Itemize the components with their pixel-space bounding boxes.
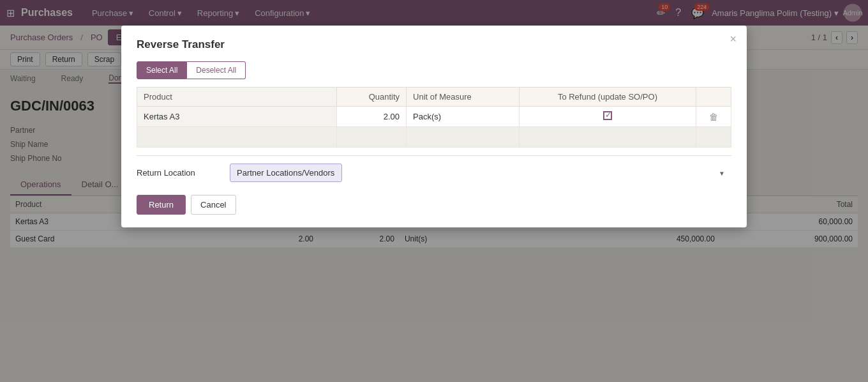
modal-row-quantity: 2.00 bbox=[337, 107, 407, 127]
modal-empty-row bbox=[137, 127, 731, 148]
select-all-button[interactable]: Select All bbox=[137, 61, 187, 79]
modal-divider bbox=[137, 155, 731, 156]
empty-cell bbox=[337, 127, 407, 148]
delete-icon[interactable]: 🗑 bbox=[709, 112, 718, 122]
return-location-select[interactable]: Partner Locations/Vendors bbox=[230, 164, 342, 182]
modal-cancel-button[interactable]: Cancel bbox=[191, 195, 236, 215]
modal-close-button[interactable]: × bbox=[730, 33, 737, 45]
modal-col-delete bbox=[696, 88, 731, 107]
modal-row-uom: Pack(s) bbox=[407, 107, 520, 127]
modal-row-delete[interactable]: 🗑 bbox=[696, 107, 731, 127]
deselect-all-button[interactable]: Deselect All bbox=[187, 61, 246, 79]
modal-action-buttons: Select All Deselect All bbox=[137, 61, 731, 79]
empty-cell bbox=[519, 127, 696, 148]
return-location-row: Return Location Partner Locations/Vendor… bbox=[137, 164, 731, 182]
empty-cell bbox=[137, 127, 337, 148]
refund-checkbox-icon[interactable] bbox=[603, 111, 612, 120]
modal-items-table: Product Quantity Unit of Measure To Refu… bbox=[137, 87, 731, 148]
modal-col-uom: Unit of Measure bbox=[407, 88, 520, 107]
modal-col-product: Product bbox=[137, 88, 337, 107]
return-location-select-wrapper: Partner Locations/Vendors bbox=[230, 164, 731, 182]
reverse-transfer-modal: Reverse Transfer × Select All Deselect A… bbox=[121, 26, 747, 227]
modal-footer: Return Cancel bbox=[137, 195, 731, 215]
empty-cell bbox=[696, 127, 731, 148]
modal-row-product: Kertas A3 bbox=[137, 107, 337, 127]
return-location-label: Return Location bbox=[137, 168, 220, 178]
modal-row-refund-checkbox[interactable] bbox=[519, 107, 696, 127]
modal-return-button[interactable]: Return bbox=[137, 195, 186, 215]
empty-cell bbox=[407, 127, 520, 148]
modal-title: Reverse Transfer bbox=[137, 38, 731, 51]
modal-col-quantity: Quantity bbox=[337, 88, 407, 107]
modal-overlay: Reverse Transfer × Select All Deselect A… bbox=[0, 0, 868, 258]
modal-table-row: Kertas A3 2.00 Pack(s) 🗑 bbox=[137, 107, 731, 127]
modal-col-refund: To Refund (update SO/PO) bbox=[519, 88, 696, 107]
